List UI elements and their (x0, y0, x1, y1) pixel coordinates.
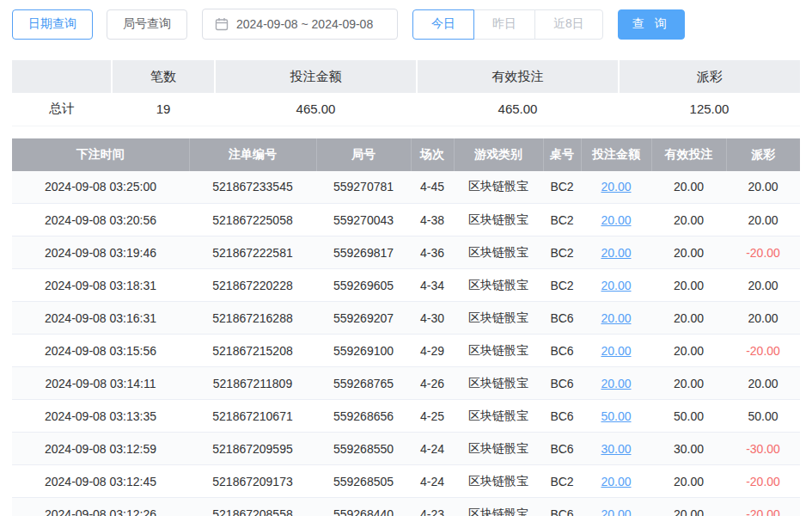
round-id-cell: 559268440 (316, 498, 411, 516)
session-cell: 4-26 (411, 367, 454, 400)
last-8-days-button[interactable]: 近8日 (534, 9, 603, 40)
bet-id-cell: 521867225058 (189, 204, 316, 236)
bet-amount-cell: 20.00 (581, 335, 651, 367)
bet-id-cell: 521867211809 (189, 367, 316, 400)
summary-total-label: 总计 (12, 93, 112, 126)
table-row: 2024-09-08 03:18:31 521867220228 5592696… (12, 269, 800, 302)
summary-header-valid-bet: 有效投注 (417, 60, 619, 93)
bet-amount-cell: 50.00 (581, 400, 651, 433)
valid-bet-cell: 20.00 (651, 498, 726, 516)
bet-amount-link[interactable]: 20.00 (601, 180, 631, 194)
table-row: 2024-09-08 03:19:46 521867222581 5592698… (12, 236, 800, 269)
bet-time-cell: 2024-09-08 03:15:56 (12, 335, 189, 367)
date-query-tab-button[interactable]: 日期查询 (12, 9, 93, 40)
summary-header-row: 笔数 投注金额 有效投注 派彩 (12, 60, 800, 93)
table-no-cell: BC6 (543, 302, 581, 335)
bet-amount-link[interactable]: 20.00 (601, 475, 631, 488)
table-no-cell: BC2 (543, 171, 581, 204)
payout-cell: -30.00 (726, 433, 800, 465)
bet-amount-cell: 20.00 (581, 302, 651, 335)
table-no-cell: BC6 (543, 367, 581, 400)
table-no-cell: BC2 (543, 236, 581, 269)
game-type-cell: 区块链骰宝 (454, 204, 543, 236)
valid-bet-cell: 20.00 (651, 171, 726, 204)
bet-time-cell: 2024-09-08 03:18:31 (12, 269, 189, 302)
table-no-cell: BC6 (543, 335, 581, 367)
bet-id-cell: 521867209595 (189, 433, 316, 465)
bet-amount-link[interactable]: 20.00 (601, 279, 631, 292)
summary-total-count: 19 (112, 93, 215, 126)
table-no-cell: BC6 (543, 498, 581, 516)
bet-records-table: 下注时间 注单编号 局号 场次 游戏类别 桌号 投注金额 有效投注 派彩 202… (12, 138, 800, 516)
table-row: 2024-09-08 03:12:26 521867208558 5592684… (12, 498, 800, 516)
game-type-cell: 区块链骰宝 (454, 465, 543, 498)
bet-amount-cell: 20.00 (581, 465, 651, 498)
date-range-input[interactable]: 2024-09-08 ~ 2024-09-08 (202, 9, 398, 40)
session-cell: 4-24 (411, 433, 454, 465)
bet-amount-link[interactable]: 20.00 (601, 344, 631, 358)
valid-bet-cell: 20.00 (651, 269, 726, 302)
date-range-value: 2024-09-08 ~ 2024-09-08 (236, 17, 373, 31)
bet-id-cell: 521867222581 (189, 236, 316, 269)
session-cell: 4-23 (411, 498, 454, 516)
table-row: 2024-09-08 03:14:11 521867211809 5592687… (12, 367, 800, 400)
search-button[interactable]: 查 询 (618, 9, 685, 40)
bet-amount-link[interactable]: 50.00 (601, 409, 631, 423)
game-type-cell: 区块链骰宝 (454, 367, 543, 400)
bet-amount-cell: 20.00 (581, 367, 651, 400)
payout-cell: -20.00 (726, 498, 800, 516)
bet-amount-cell: 20.00 (581, 236, 651, 269)
header-payout: 派彩 (726, 138, 800, 171)
payout-cell: -20.00 (726, 465, 800, 498)
bet-id-cell: 521867208558 (189, 498, 316, 516)
game-type-cell: 区块链骰宝 (454, 400, 543, 433)
bet-time-cell: 2024-09-08 03:12:59 (12, 433, 189, 465)
header-game-type: 游戏类别 (454, 138, 543, 171)
quick-range-button-group: 今日 昨日 近8日 (412, 9, 603, 40)
summary-header-count: 笔数 (112, 60, 215, 93)
bet-amount-link[interactable]: 20.00 (601, 246, 631, 260)
bet-time-cell: 2024-09-08 03:14:11 (12, 367, 189, 400)
session-cell: 4-29 (411, 335, 454, 367)
session-cell: 4-30 (411, 302, 454, 335)
table-row: 2024-09-08 03:15:56 521867215208 5592691… (12, 335, 800, 367)
bet-amount-link[interactable]: 20.00 (601, 507, 631, 516)
header-table-no: 桌号 (543, 138, 581, 171)
round-id-cell: 559269817 (316, 236, 411, 269)
payout-cell: 20.00 (726, 171, 800, 204)
game-type-cell: 区块链骰宝 (454, 236, 543, 269)
bet-amount-link[interactable]: 20.00 (601, 213, 631, 227)
valid-bet-cell: 20.00 (651, 204, 726, 236)
valid-bet-cell: 50.00 (651, 400, 726, 433)
bet-amount-cell: 20.00 (581, 269, 651, 302)
valid-bet-cell: 20.00 (651, 465, 726, 498)
game-type-cell: 区块链骰宝 (454, 498, 543, 516)
calendar-icon (215, 17, 229, 31)
query-toolbar: 日期查询 局号查询 2024-09-08 ~ 2024-09-08 今日 昨日 … (12, 9, 800, 40)
bet-amount-cell: 20.00 (581, 204, 651, 236)
bet-id-cell: 521867209173 (189, 465, 316, 498)
bet-amount-link[interactable]: 20.00 (601, 377, 631, 390)
bet-amount-link[interactable]: 20.00 (601, 311, 631, 325)
table-row: 2024-09-08 03:12:59 521867209595 5592685… (12, 433, 800, 465)
session-cell: 4-25 (411, 400, 454, 433)
header-valid-bet: 有效投注 (651, 138, 726, 171)
yesterday-button[interactable]: 昨日 (473, 9, 535, 40)
header-round-id: 局号 (316, 138, 411, 171)
payout-cell: 50.00 (726, 400, 800, 433)
session-cell: 4-24 (411, 465, 454, 498)
betting-records-page: 日期查询 局号查询 2024-09-08 ~ 2024-09-08 今日 昨日 … (0, 0, 812, 516)
summary-table: 笔数 投注金额 有效投注 派彩 总计 19 465.00 465.00 125.… (12, 60, 800, 126)
today-button[interactable]: 今日 (412, 9, 474, 40)
valid-bet-cell: 30.00 (651, 433, 726, 465)
game-type-cell: 区块链骰宝 (454, 302, 543, 335)
game-type-cell: 区块链骰宝 (454, 171, 543, 204)
bet-id-cell: 521867215208 (189, 335, 316, 367)
round-query-tab-button[interactable]: 局号查询 (107, 9, 187, 40)
bet-amount-link[interactable]: 30.00 (601, 442, 631, 456)
round-id-cell: 559268505 (316, 465, 411, 498)
payout-cell: 20.00 (726, 367, 800, 400)
bet-amount-cell: 30.00 (581, 433, 651, 465)
bet-time-cell: 2024-09-08 03:19:46 (12, 236, 189, 269)
round-id-cell: 559269605 (316, 269, 411, 302)
